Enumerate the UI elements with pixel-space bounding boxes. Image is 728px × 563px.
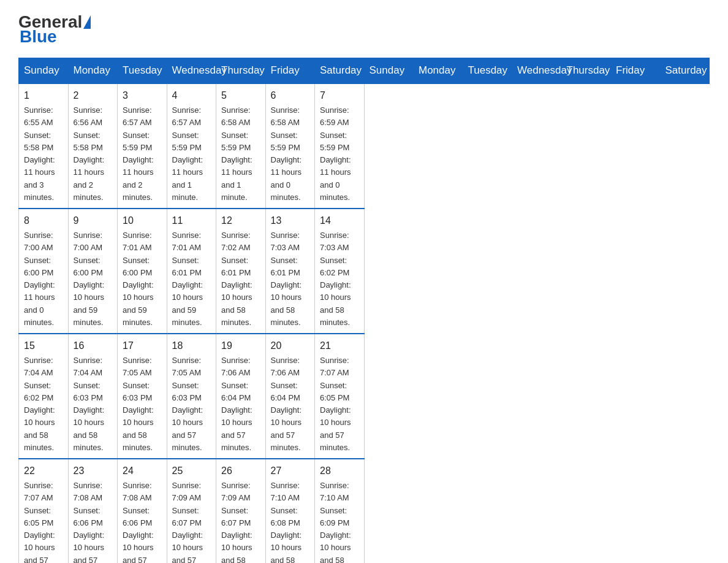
calendar-cell: 25 Sunrise: 7:09 AMSunset: 6:07 PMDaylig…	[167, 459, 216, 563]
day-info: Sunrise: 6:55 AMSunset: 5:58 PMDaylight:…	[24, 105, 55, 202]
day-info: Sunrise: 7:07 AMSunset: 6:05 PMDaylight:…	[24, 481, 55, 563]
calendar-cell: 22 Sunrise: 7:07 AMSunset: 6:05 PMDaylig…	[19, 459, 69, 563]
header-friday: Friday	[265, 58, 315, 84]
calendar-cell: 1 Sunrise: 6:55 AMSunset: 5:58 PMDayligh…	[19, 83, 69, 209]
calendar-week-row: 22 Sunrise: 7:07 AMSunset: 6:05 PMDaylig…	[19, 459, 710, 563]
day-info: Sunrise: 7:10 AMSunset: 6:08 PMDaylight:…	[271, 481, 302, 563]
calendar-cell: 26 Sunrise: 7:09 AMSunset: 6:07 PMDaylig…	[216, 459, 266, 563]
day-number: 22	[24, 464, 63, 478]
day-info: Sunrise: 7:05 AMSunset: 6:03 PMDaylight:…	[123, 356, 154, 452]
calendar-week-row: 8 Sunrise: 7:00 AMSunset: 6:00 PMDayligh…	[19, 209, 710, 334]
calendar-cell: 9 Sunrise: 7:00 AMSunset: 6:00 PMDayligh…	[68, 209, 118, 334]
header-sunday: Sunday	[19, 58, 69, 84]
calendar-cell: 10 Sunrise: 7:01 AMSunset: 6:00 PMDaylig…	[118, 209, 167, 334]
day-number: 6	[271, 88, 310, 103]
calendar-week-row: 15 Sunrise: 7:04 AMSunset: 6:02 PMDaylig…	[19, 334, 710, 459]
logo: General Blue	[18, 12, 92, 47]
header-sunday: Sunday	[364, 58, 414, 84]
page-header: General Blue	[18, 12, 710, 47]
calendar-cell: 8 Sunrise: 7:00 AMSunset: 6:00 PMDayligh…	[19, 209, 69, 334]
day-number: 11	[172, 213, 211, 228]
day-number: 5	[221, 88, 260, 103]
calendar-table: SundayMondayTuesdayWednesdayThursdayFrid…	[18, 58, 710, 563]
calendar-cell: 6 Sunrise: 6:58 AMSunset: 5:59 PMDayligh…	[265, 83, 315, 209]
day-info: Sunrise: 7:03 AMSunset: 6:01 PMDaylight:…	[271, 231, 302, 327]
day-info: Sunrise: 7:00 AMSunset: 6:00 PMDaylight:…	[24, 231, 55, 327]
day-info: Sunrise: 7:10 AMSunset: 6:09 PMDaylight:…	[320, 481, 351, 563]
day-number: 16	[74, 339, 113, 353]
header-saturday: Saturday	[660, 58, 710, 84]
day-info: Sunrise: 7:07 AMSunset: 6:05 PMDaylight:…	[320, 356, 351, 452]
day-number: 8	[24, 213, 63, 228]
calendar-cell: 20 Sunrise: 7:06 AMSunset: 6:04 PMDaylig…	[265, 334, 315, 459]
day-number: 18	[172, 339, 211, 353]
calendar-cell: 5 Sunrise: 6:58 AMSunset: 5:59 PMDayligh…	[216, 83, 266, 209]
day-info: Sunrise: 7:05 AMSunset: 6:03 PMDaylight:…	[172, 356, 203, 452]
calendar-cell: 21 Sunrise: 7:07 AMSunset: 6:05 PMDaylig…	[315, 334, 365, 459]
day-number: 9	[74, 213, 113, 228]
header-thursday: Thursday	[561, 58, 611, 84]
day-number: 17	[123, 339, 162, 353]
calendar-cell: 28 Sunrise: 7:10 AMSunset: 6:09 PMDaylig…	[315, 459, 365, 563]
day-info: Sunrise: 7:03 AMSunset: 6:02 PMDaylight:…	[320, 231, 351, 327]
day-number: 20	[271, 339, 310, 353]
day-number: 28	[320, 464, 359, 478]
day-info: Sunrise: 6:59 AMSunset: 5:59 PMDaylight:…	[320, 105, 351, 202]
day-number: 7	[320, 88, 359, 103]
day-number: 1	[24, 88, 63, 103]
calendar-cell: 18 Sunrise: 7:05 AMSunset: 6:03 PMDaylig…	[167, 334, 216, 459]
day-number: 12	[221, 213, 260, 228]
day-number: 23	[74, 464, 113, 478]
day-info: Sunrise: 6:56 AMSunset: 5:58 PMDaylight:…	[74, 105, 105, 202]
day-info: Sunrise: 6:57 AMSunset: 5:59 PMDaylight:…	[123, 105, 154, 202]
day-number: 24	[123, 464, 162, 478]
header-wednesday: Wednesday	[167, 58, 216, 84]
calendar-cell: 24 Sunrise: 7:08 AMSunset: 6:06 PMDaylig…	[118, 459, 167, 563]
day-number: 19	[221, 339, 260, 353]
calendar-cell: 12 Sunrise: 7:02 AMSunset: 6:01 PMDaylig…	[216, 209, 266, 334]
day-number: 4	[172, 88, 211, 103]
day-info: Sunrise: 7:01 AMSunset: 6:00 PMDaylight:…	[123, 231, 154, 327]
day-number: 2	[74, 88, 113, 103]
day-number: 25	[172, 464, 211, 478]
calendar-cell: 27 Sunrise: 7:10 AMSunset: 6:08 PMDaylig…	[265, 459, 315, 563]
calendar-cell: 15 Sunrise: 7:04 AMSunset: 6:02 PMDaylig…	[19, 334, 69, 459]
calendar-cell: 19 Sunrise: 7:06 AMSunset: 6:04 PMDaylig…	[216, 334, 266, 459]
header-thursday: Thursday	[216, 58, 266, 84]
day-number: 26	[221, 464, 260, 478]
calendar-cell: 3 Sunrise: 6:57 AMSunset: 5:59 PMDayligh…	[118, 83, 167, 209]
logo-blue-text: Blue	[18, 27, 57, 47]
day-info: Sunrise: 7:06 AMSunset: 6:04 PMDaylight:…	[271, 356, 302, 452]
header-monday: Monday	[414, 58, 463, 84]
calendar-cell: 2 Sunrise: 6:56 AMSunset: 5:58 PMDayligh…	[68, 83, 118, 209]
header-friday: Friday	[611, 58, 661, 84]
calendar-cell: 14 Sunrise: 7:03 AMSunset: 6:02 PMDaylig…	[315, 209, 365, 334]
day-number: 27	[271, 464, 310, 478]
day-info: Sunrise: 7:01 AMSunset: 6:01 PMDaylight:…	[172, 231, 203, 327]
calendar-cell: 13 Sunrise: 7:03 AMSunset: 6:01 PMDaylig…	[265, 209, 315, 334]
header-monday: Monday	[68, 58, 118, 84]
day-info: Sunrise: 7:08 AMSunset: 6:06 PMDaylight:…	[74, 481, 105, 563]
day-number: 21	[320, 339, 359, 353]
calendar-cell: 7 Sunrise: 6:59 AMSunset: 5:59 PMDayligh…	[315, 83, 365, 209]
header-tuesday: Tuesday	[118, 58, 167, 84]
day-number: 15	[24, 339, 63, 353]
calendar-header-row: SundayMondayTuesdayWednesdayThursdayFrid…	[19, 58, 710, 84]
day-number: 3	[123, 88, 162, 103]
day-info: Sunrise: 7:09 AMSunset: 6:07 PMDaylight:…	[172, 481, 203, 563]
day-number: 10	[123, 213, 162, 228]
header-wednesday: Wednesday	[512, 58, 562, 84]
day-info: Sunrise: 7:04 AMSunset: 6:02 PMDaylight:…	[24, 356, 55, 452]
day-info: Sunrise: 7:09 AMSunset: 6:07 PMDaylight:…	[221, 481, 252, 563]
calendar-cell: 11 Sunrise: 7:01 AMSunset: 6:01 PMDaylig…	[167, 209, 216, 334]
header-tuesday: Tuesday	[463, 58, 512, 84]
calendar-week-row: 1 Sunrise: 6:55 AMSunset: 5:58 PMDayligh…	[19, 83, 710, 209]
day-info: Sunrise: 7:04 AMSunset: 6:03 PMDaylight:…	[74, 356, 105, 452]
day-info: Sunrise: 6:58 AMSunset: 5:59 PMDaylight:…	[271, 105, 302, 202]
day-number: 13	[271, 213, 310, 228]
calendar-cell: 17 Sunrise: 7:05 AMSunset: 6:03 PMDaylig…	[118, 334, 167, 459]
day-info: Sunrise: 7:06 AMSunset: 6:04 PMDaylight:…	[221, 356, 252, 452]
calendar-cell: 23 Sunrise: 7:08 AMSunset: 6:06 PMDaylig…	[68, 459, 118, 563]
day-number: 14	[320, 213, 359, 228]
day-info: Sunrise: 7:00 AMSunset: 6:00 PMDaylight:…	[74, 231, 105, 327]
